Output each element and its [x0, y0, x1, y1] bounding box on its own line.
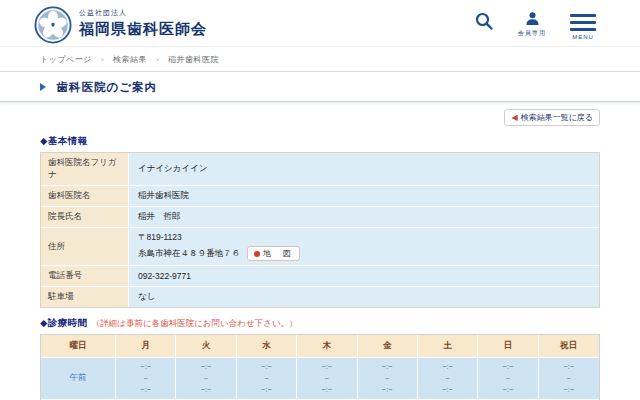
breadcrumb-current-page: 稲井歯科医院 — [168, 55, 219, 64]
row-value: イナイシカイイン — [129, 153, 599, 186]
hours-heading: ◆診療時間 — [40, 317, 88, 328]
hours-slot: −:− ~ −:− — [116, 358, 176, 400]
basic-info-table: 歯科医院名フリガナ イナイシカイイン 歯科医院名 稲井歯科医院 院長氏名 稲井 … — [40, 152, 600, 308]
map-button-label: 地 図 — [263, 248, 293, 259]
org-type-label: 公益社団法人 — [79, 8, 207, 18]
day-header: 土 — [418, 335, 478, 358]
hours-slot: −:− ~ −:− — [418, 358, 478, 400]
title-bar: 歯科医院のご案内 — [0, 71, 640, 102]
breadcrumb-home-link[interactable]: トップページ — [40, 55, 92, 64]
back-arrow-icon: ◀ — [511, 113, 517, 122]
day-header: 火 — [176, 335, 236, 358]
menu-button[interactable]: MENU — [570, 11, 596, 40]
day-header: 月 — [116, 335, 176, 358]
member-area-label: 会員専用 — [518, 29, 546, 38]
row-value: 稲井歯科医院 — [129, 186, 599, 207]
member-person-icon — [525, 11, 540, 26]
breadcrumb-separator: ＞ — [154, 56, 162, 63]
search-button[interactable] — [474, 11, 494, 40]
row-label: 院長氏名 — [41, 207, 129, 228]
map-button[interactable]: 地 図 — [247, 246, 300, 261]
row-label: 駐車場 — [41, 287, 129, 307]
hours-slot: −:− ~ −:− — [176, 358, 236, 400]
table-row: 歯科医院名フリガナ イナイシカイイン — [41, 153, 599, 186]
hours-heading-row: ◆診療時間（詳細は事前に各歯科医院にお問い合わせ下さい。） — [40, 317, 600, 330]
brand[interactable]: 公益社団法人 福岡県歯科医師会 — [34, 6, 207, 44]
title-arrow-icon — [40, 83, 46, 91]
postal-code: 〒819-1123 — [138, 232, 590, 244]
breadcrumb-search-results-link[interactable]: 検索結果 — [113, 55, 147, 64]
member-area-button[interactable]: 会員専用 — [518, 11, 546, 40]
row-label: 歯科医院名フリガナ — [41, 153, 129, 186]
day-column-header: 曜日 — [41, 335, 116, 358]
breadcrumb-separator: ＞ — [99, 56, 107, 63]
brand-text: 公益社団法人 福岡県歯科医師会 — [79, 6, 207, 39]
hours-slot: −:− ~ −:− — [539, 358, 599, 400]
address-cell: 〒819-1123 糸島市神在４８９番地７６ 地 図 — [129, 228, 599, 266]
menu-label: MENU — [572, 34, 594, 40]
map-pin-icon — [254, 251, 260, 257]
table-row-address: 住所 〒819-1123 糸島市神在４８９番地７６ 地 図 — [41, 228, 599, 266]
header-tools: 会員専用 MENU — [474, 6, 596, 40]
org-name-label: 福岡県歯科医師会 — [79, 20, 207, 39]
row-value: 稲井 哲郎 — [129, 207, 599, 228]
hamburger-icon — [570, 11, 596, 31]
hours-table: 曜日 月 火 水 木 金 土 日 祝日 午前 −:− ~ −:− −:− ~ −… — [40, 334, 600, 400]
row-label: 歯科医院名 — [41, 186, 129, 207]
association-logo-icon — [34, 6, 72, 44]
table-row: 駐車場 なし — [41, 287, 599, 307]
page: 公益社団法人 福岡県歯科医師会 会員専用 — [0, 0, 640, 400]
breadcrumb: トップページ ＞ 検索結果 ＞ 稲井歯科医院 — [40, 54, 600, 65]
hours-slot: −:− ~ −:− — [297, 358, 357, 400]
header: 公益社団法人 福岡県歯科医師会 会員専用 — [0, 0, 640, 47]
day-header: 祝日 — [539, 335, 599, 358]
day-header: 日 — [478, 335, 538, 358]
day-header: 水 — [237, 335, 297, 358]
hours-slot: −:− ~ −:− — [358, 358, 418, 400]
morning-label: 午前 — [41, 358, 116, 400]
search-icon — [474, 11, 494, 31]
hours-morning-row: 午前 −:− ~ −:− −:− ~ −:− −:− ~ −:− −:− ~ −… — [41, 358, 599, 400]
row-value: なし — [129, 287, 599, 307]
page-title: 歯科医院のご案内 — [56, 81, 157, 93]
hours-slot: −:− ~ −:− — [478, 358, 538, 400]
row-label: 電話番号 — [41, 266, 129, 287]
row-label: 住所 — [41, 228, 129, 266]
back-to-results-button[interactable]: ◀検索結果一覧に戻る — [504, 109, 600, 126]
table-row: 院長氏名 稲井 哲郎 — [41, 207, 599, 228]
table-row: 歯科医院名 稲井歯科医院 — [41, 186, 599, 207]
hours-note: （詳細は事前に各歯科医院にお問い合わせ下さい。） — [92, 318, 298, 328]
back-to-results-label: 検索結果一覧に戻る — [521, 113, 593, 122]
hours-slot: −:− ~ −:− — [237, 358, 297, 400]
hours-header-row: 曜日 月 火 水 木 金 土 日 祝日 — [41, 335, 599, 358]
day-header: 木 — [297, 335, 357, 358]
basic-info-heading: ◆基本情報 — [40, 135, 600, 148]
street-address: 糸島市神在４８９番地７６ — [138, 248, 240, 260]
back-row: ◀検索結果一覧に戻る — [40, 106, 600, 126]
row-value: 092-322-9771 — [129, 266, 599, 287]
table-row: 電話番号 092-322-9771 — [41, 266, 599, 287]
day-header: 金 — [358, 335, 418, 358]
